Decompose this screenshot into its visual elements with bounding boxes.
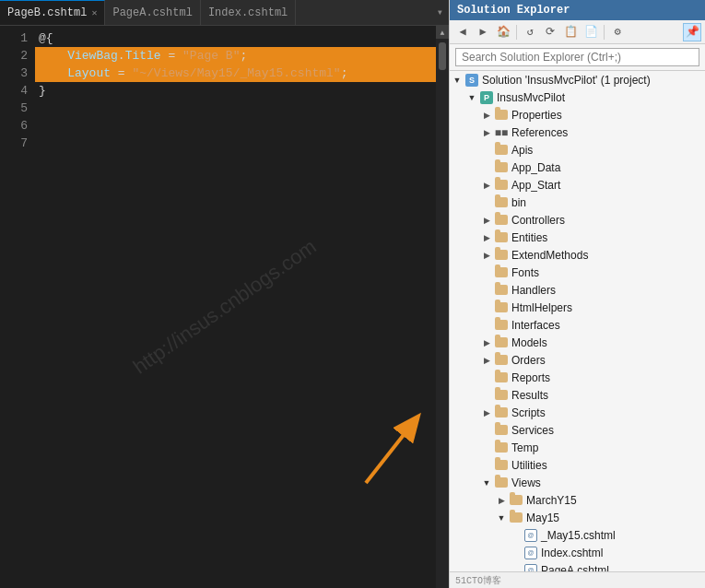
marchy15-label: MarchY15 bbox=[526, 494, 577, 507]
tree-services[interactable]: ▶ Services bbox=[450, 421, 705, 439]
may15-layout-arrow: ▶ bbox=[509, 531, 523, 540]
may15-index-arrow: ▶ bbox=[509, 548, 523, 558]
tree-project[interactable]: ▼ P InsusMvcPilot bbox=[450, 88, 705, 106]
tab-overflow-icon[interactable]: ▾ bbox=[437, 6, 443, 19]
utilities-arrow: ▶ bbox=[479, 461, 494, 470]
temp-arrow: ▶ bbox=[479, 443, 494, 453]
tb-forward-btn[interactable]: ▶ bbox=[474, 23, 492, 41]
tree-may15-layout[interactable]: ▶ @ _May15.cshtml bbox=[450, 526, 705, 544]
tree-solution[interactable]: ▼ S Solution 'InsusMvcPilot' (1 project) bbox=[450, 71, 705, 88]
tree-apis[interactable]: ▶ Apis bbox=[450, 141, 705, 159]
tree-may15-pagea[interactable]: ▶ @ PageA.cshtml bbox=[450, 561, 705, 571]
scroll-thumb[interactable] bbox=[439, 42, 446, 70]
tree-references[interactable]: ▶ ■■ References bbox=[450, 123, 705, 141]
solution-icon: S bbox=[464, 73, 479, 88]
may15-folder-icon bbox=[509, 511, 523, 525]
tab-pageb-close[interactable]: ✕ bbox=[91, 7, 97, 18]
fonts-label: Fonts bbox=[511, 266, 539, 279]
tree-entities[interactable]: ▶ Entities bbox=[450, 229, 705, 246]
tree-scripts[interactable]: ▶ Scripts bbox=[450, 404, 705, 421]
extendmethods-arrow: ▶ bbox=[479, 251, 494, 260]
temp-label: Temp bbox=[511, 441, 538, 454]
tb-newfile-btn[interactable]: 📄 bbox=[582, 23, 600, 41]
code-area: 1 2 3 4 5 6 7 @{ ViewBag.Title = "Page B… bbox=[0, 26, 449, 588]
tree-handlers[interactable]: ▶ Handlers bbox=[450, 281, 705, 299]
code-line-3: Layout = "~/Views/May15/_May15.cshtml"; bbox=[35, 65, 436, 82]
appdata-folder-icon bbox=[494, 160, 509, 175]
code-content[interactable]: @{ ViewBag.Title = "Page B"; Layout = "~… bbox=[35, 26, 436, 588]
tb-home-btn[interactable]: 🏠 bbox=[494, 23, 512, 41]
tree-properties[interactable]: ▶ Properties bbox=[450, 106, 705, 123]
models-arrow: ▶ bbox=[479, 338, 494, 347]
tree-may15[interactable]: ▼ May15 bbox=[450, 509, 705, 526]
tree-appdata[interactable]: ▶ App_Data bbox=[450, 159, 705, 176]
may15-layout-file-icon: @ bbox=[523, 528, 538, 543]
tree-reports[interactable]: ▶ Reports bbox=[450, 369, 705, 386]
results-arrow: ▶ bbox=[479, 391, 494, 400]
scripts-folder-icon bbox=[494, 406, 509, 420]
results-folder-icon bbox=[494, 388, 509, 403]
tb-pin-btn[interactable]: 📌 bbox=[683, 23, 701, 41]
may15-layout-label: _May15.cshtml bbox=[541, 529, 616, 542]
bin-folder-icon bbox=[494, 195, 509, 210]
appstart-label: App_Start bbox=[511, 179, 560, 192]
utilities-folder-icon bbox=[494, 458, 509, 473]
handlers-label: Handlers bbox=[511, 284, 556, 297]
editor-scrollbar[interactable]: ▲ bbox=[436, 26, 449, 588]
tree-utilities[interactable]: ▶ Utilities bbox=[450, 456, 705, 474]
tree-bin[interactable]: ▶ bin bbox=[450, 194, 705, 211]
tab-index[interactable]: Index.cshtml bbox=[201, 0, 296, 25]
solution-explorer-panel: Solution Explorer ◀ ▶ 🏠 ↺ ⟳ 📋 📄 ⚙ 📌 ▼ S … bbox=[449, 0, 705, 588]
tree-controllers[interactable]: ▶ Controllers bbox=[450, 211, 705, 229]
may15-label: May15 bbox=[526, 512, 559, 524]
tree-orders[interactable]: ▶ Orders bbox=[450, 351, 705, 369]
may15-pagea-file-icon: @ bbox=[523, 563, 538, 572]
tree-views[interactable]: ▼ Views bbox=[450, 474, 705, 491]
tb-sync-btn[interactable]: ↺ bbox=[521, 23, 539, 41]
tb-settings-btn[interactable]: ⚙ bbox=[608, 23, 627, 41]
tb-copy-btn[interactable]: 📋 bbox=[561, 23, 580, 41]
tree-temp[interactable]: ▶ Temp bbox=[450, 439, 705, 456]
tree-htmlhelpers[interactable]: ▶ HtmlHelpers bbox=[450, 299, 705, 316]
tb-back-btn[interactable]: ◀ bbox=[453, 23, 472, 41]
controllers-label: Controllers bbox=[511, 214, 565, 227]
tab-pageb[interactable]: PageB.cshtml ✕ bbox=[0, 0, 105, 25]
solution-explorer-header: Solution Explorer bbox=[450, 0, 705, 20]
tree-models[interactable]: ▶ Models bbox=[450, 334, 705, 351]
tree-marchy15[interactable]: ▶ MarchY15 bbox=[450, 491, 705, 509]
se-status-bar: 51CTO博客 bbox=[450, 571, 705, 588]
may15-index-file-icon: @ bbox=[523, 546, 538, 560]
controllers-folder-icon bbox=[494, 213, 509, 228]
project-label: InsusMvcPilot bbox=[497, 91, 565, 104]
htmlhelpers-folder-icon bbox=[494, 300, 509, 315]
properties-label: Properties bbox=[511, 109, 562, 122]
scroll-up-btn[interactable]: ▲ bbox=[436, 26, 449, 39]
project-icon: P bbox=[479, 90, 494, 105]
reports-arrow: ▶ bbox=[479, 373, 494, 382]
tree-may15-index[interactable]: ▶ @ Index.cshtml bbox=[450, 544, 705, 561]
tree-extendmethods[interactable]: ▶ ExtendMethods bbox=[450, 246, 705, 264]
line-numbers: 1 2 3 4 5 6 7 bbox=[0, 26, 35, 588]
tab-pagea[interactable]: PageA.cshtml bbox=[105, 0, 200, 25]
references-icon: ■■ bbox=[494, 125, 509, 140]
tree-interfaces[interactable]: ▶ Interfaces bbox=[450, 316, 705, 334]
scripts-label: Scripts bbox=[511, 406, 546, 419]
services-folder-icon bbox=[494, 423, 509, 438]
se-search-input[interactable] bbox=[455, 48, 699, 66]
references-arrow: ▶ bbox=[479, 128, 494, 137]
may15-pagea-label: PageA.cshtml bbox=[541, 564, 609, 572]
interfaces-folder-icon bbox=[494, 318, 509, 333]
views-folder-icon bbox=[494, 476, 509, 490]
tree-results[interactable]: ▶ Results bbox=[450, 386, 705, 404]
interfaces-arrow: ▶ bbox=[479, 321, 494, 330]
solution-label: Solution 'InsusMvcPilot' (1 project) bbox=[482, 74, 651, 87]
tree-appstart[interactable]: ▶ App_Start bbox=[450, 176, 705, 194]
references-label: References bbox=[511, 126, 568, 139]
tb-refresh-btn[interactable]: ⟳ bbox=[541, 23, 559, 41]
marchy15-folder-icon bbox=[509, 493, 523, 508]
handlers-folder-icon bbox=[494, 283, 509, 298]
orders-folder-icon bbox=[494, 353, 509, 368]
entities-arrow: ▶ bbox=[479, 233, 494, 242]
views-arrow: ▼ bbox=[479, 478, 494, 488]
tree-fonts[interactable]: ▶ Fonts bbox=[450, 264, 705, 281]
